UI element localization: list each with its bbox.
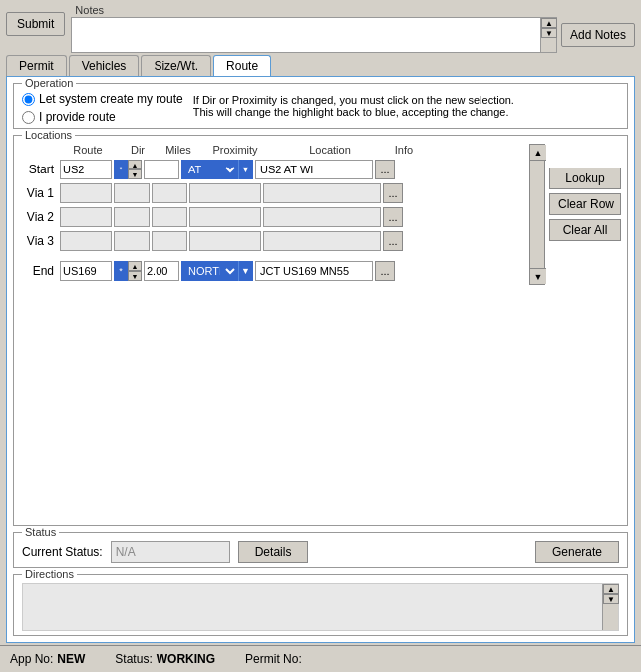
- radio-system-route-input[interactable]: [22, 93, 35, 106]
- start-label: Start: [20, 163, 58, 176]
- radio-system-route-label: Let system create my route: [39, 92, 183, 106]
- radio-system-route[interactable]: Let system create my route: [22, 92, 183, 106]
- header-route: Route: [58, 144, 118, 156]
- via3-location: [263, 231, 381, 251]
- locations-scroll-down[interactable]: ▼: [530, 268, 546, 284]
- locations-scroll-thumb: [530, 161, 544, 268]
- footer-app-no: App No: NEW: [10, 652, 85, 666]
- via3-miles: [152, 231, 187, 251]
- header-location: Location: [271, 144, 389, 156]
- directions-text: [23, 584, 602, 630]
- tab-sizewt[interactable]: Size/Wt.: [141, 55, 211, 76]
- header-miles: Miles: [158, 144, 199, 156]
- tab-route[interactable]: Route: [213, 55, 271, 76]
- via2-row: Via 2 ...: [20, 207, 523, 227]
- footer-status-value: WORKING: [157, 652, 215, 666]
- radio-provide-route-label: I provide route: [39, 110, 116, 124]
- start-route-input[interactable]: [60, 160, 112, 179]
- via2-route: [60, 207, 112, 227]
- notes-scroll-down[interactable]: ▼: [541, 28, 557, 38]
- notes-label: Notes: [75, 4, 635, 16]
- start-location-input[interactable]: [255, 160, 373, 179]
- start-row: Start * ▲ ▼ AT: [20, 160, 523, 179]
- end-dir-spin: ▲ ▼: [128, 261, 142, 281]
- current-status-input: [111, 541, 230, 563]
- via3-dir: [114, 231, 150, 251]
- start-prox-arrow[interactable]: ▼: [238, 160, 252, 179]
- start-prox-select[interactable]: AT NORTH OF SOUTH OF EAST OF WEST OF: [182, 160, 238, 179]
- lookup-button[interactable]: Lookup: [549, 168, 621, 189]
- operation-legend: Operation: [22, 77, 76, 89]
- start-dir-up[interactable]: ▲: [128, 160, 142, 169]
- via2-dir: [114, 207, 150, 227]
- details-button[interactable]: Details: [238, 541, 309, 563]
- via1-label: Via 1: [20, 186, 58, 200]
- start-info-button[interactable]: ...: [375, 160, 395, 179]
- directions-scroll-down[interactable]: ▼: [603, 594, 619, 604]
- end-prox-select[interactable]: AT NORTH OF SOUTH OF EAST OF WEST OF: [182, 261, 238, 281]
- generate-button[interactable]: Generate: [535, 541, 619, 563]
- directions-scroll-up[interactable]: ▲: [603, 584, 619, 594]
- via3-row: Via 3 ...: [20, 231, 523, 251]
- end-location-input[interactable]: [255, 261, 373, 281]
- notes-textarea-wrap: ▲ ▼: [71, 17, 557, 53]
- start-dir-blue: *: [114, 160, 128, 179]
- notes-textarea[interactable]: [72, 18, 540, 52]
- header-info: Info: [389, 144, 419, 156]
- locations-table: Route Dir Miles Proximity Location Info …: [20, 144, 523, 285]
- directions-box: Directions ▲ ▼: [13, 574, 628, 636]
- add-notes-button[interactable]: Add Notes: [561, 23, 635, 47]
- notes-scroll-up[interactable]: ▲: [541, 18, 557, 28]
- via2-location: [263, 207, 381, 227]
- via1-dir: [114, 183, 150, 203]
- via1-miles: [152, 183, 187, 203]
- footer: App No: NEW Status: WORKING Permit No:: [0, 645, 641, 672]
- end-route-input[interactable]: [60, 261, 112, 281]
- via3-prox: [189, 231, 261, 251]
- directions-legend: Directions: [22, 568, 77, 580]
- app-no-value: NEW: [57, 652, 85, 666]
- header-dir: Dir: [118, 144, 158, 156]
- operation-box: Operation Let system create my route I p…: [13, 83, 628, 129]
- via2-prox: [189, 207, 261, 227]
- end-prox-wrap: AT NORTH OF SOUTH OF EAST OF WEST OF ▼: [181, 261, 253, 281]
- via2-info-button[interactable]: ...: [383, 207, 403, 227]
- end-dir-blue: *: [114, 261, 128, 281]
- tabs-bar: Permit Vehicles Size/Wt. Route: [0, 55, 641, 76]
- end-miles-input[interactable]: [144, 261, 179, 281]
- via1-row: Via 1 ...: [20, 183, 523, 203]
- notes-scrollbar: ▲ ▼: [540, 18, 556, 52]
- start-dir-down[interactable]: ▼: [128, 169, 142, 179]
- via3-info-button[interactable]: ...: [383, 231, 403, 251]
- end-dir-down[interactable]: ▼: [128, 271, 142, 281]
- via2-miles: [152, 207, 187, 227]
- locations-scroll-up[interactable]: ▲: [530, 145, 546, 161]
- via1-route: [60, 183, 112, 203]
- header-proximity: Proximity: [199, 144, 271, 156]
- status-legend: Status: [22, 526, 59, 538]
- locations-legend: Locations: [22, 129, 75, 141]
- tab-permit[interactable]: Permit: [6, 55, 67, 76]
- permit-no-label: Permit No:: [245, 652, 302, 666]
- via1-info-button[interactable]: ...: [383, 183, 403, 203]
- radio-provide-route[interactable]: I provide route: [22, 110, 183, 124]
- clear-all-button[interactable]: Clear All: [549, 219, 621, 241]
- end-row: End * ▲ ▼ AT: [20, 261, 523, 281]
- footer-status-label: Status:: [115, 652, 152, 666]
- footer-permit-no: Permit No:: [245, 652, 306, 666]
- side-buttons: Lookup Clear Row Clear All: [549, 144, 621, 285]
- end-dir-up[interactable]: ▲: [128, 261, 142, 271]
- clear-row-button[interactable]: Clear Row: [549, 193, 621, 215]
- footer-status: Status: WORKING: [115, 652, 215, 666]
- start-miles-input[interactable]: [144, 160, 179, 179]
- operation-warning: If Dir or Proximity is changed, you must…: [193, 92, 619, 124]
- radio-provide-route-input[interactable]: [22, 111, 35, 124]
- submit-button[interactable]: Submit: [6, 12, 65, 36]
- end-info-button[interactable]: ...: [375, 261, 395, 281]
- end-prox-arrow[interactable]: ▼: [238, 261, 252, 281]
- locations-header: Route Dir Miles Proximity Location Info: [20, 144, 523, 156]
- start-dir-spin: ▲ ▼: [128, 160, 142, 179]
- via3-label: Via 3: [20, 234, 58, 248]
- status-box: Status Current Status: Details Generate: [13, 532, 628, 568]
- tab-vehicles[interactable]: Vehicles: [69, 55, 140, 76]
